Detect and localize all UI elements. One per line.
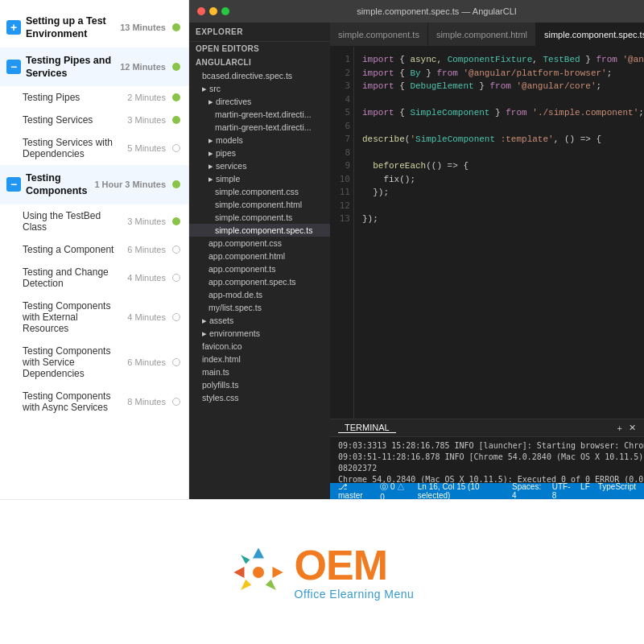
- tabs-bar: simple.component.tssimple.component.html…: [330, 23, 644, 47]
- status-right: Ln 16, Col 15 (10 selected)Spaces: 4UTF-…: [418, 482, 636, 499]
- editor-titlebar: simple.component.spec.ts — AngularCLI: [189, 0, 644, 23]
- tab-t2[interactable]: simple.component.html: [428, 23, 536, 47]
- file-tree-item-16[interactable]: app.component.spec.ts: [189, 275, 330, 288]
- line-number: 8: [333, 147, 350, 160]
- line-number: 1: [333, 53, 350, 67]
- file-tree-item-15[interactable]: app.component.ts: [189, 262, 330, 275]
- code-editor[interactable]: 12345678910111213 import { async, Compon…: [330, 47, 644, 419]
- code-line-6: [362, 120, 636, 134]
- sidebar-item-0[interactable]: Using the TestBed Class3 Minutes: [0, 204, 188, 238]
- sidebar-item-0[interactable]: Testing Pipes2 Minutes: [0, 86, 188, 109]
- file-tree-item-3[interactable]: martin-green-text.directi...: [189, 108, 330, 121]
- file-tree-item-17[interactable]: app-mod.de.ts: [189, 288, 330, 301]
- project-section[interactable]: ANGULARCLI: [189, 56, 330, 69]
- code-line-4: [362, 93, 636, 107]
- file-tree-item-10[interactable]: simple.component.html: [189, 198, 330, 211]
- section-header-testing-pipes-services[interactable]: −Testing Pipes and Services12 Minutes: [0, 47, 188, 87]
- sidebar-item-minutes-1: 6 Minutes: [127, 245, 166, 254]
- section-items-testing-pipes-services: Testing Pipes2 MinutesTesting Services3 …: [0, 86, 188, 165]
- code-line-8: [362, 147, 636, 160]
- file-tree: bcased.directive.spec.ts▸ src▸ directive…: [189, 69, 330, 404]
- svg-marker-0: [253, 547, 264, 558]
- section-minutes-testing-pipes-services: 12 Minutes: [120, 61, 166, 72]
- line-numbers: 12345678910111213: [330, 47, 354, 419]
- section-header-setting-up[interactable]: +Setting up a Test Environment13 Minutes: [0, 8, 188, 47]
- line-number: 6: [333, 120, 350, 134]
- file-tree-item-25[interactable]: styles.css: [189, 391, 330, 404]
- file-tree-item-24[interactable]: polyfills.ts: [189, 378, 330, 391]
- sidebar-item-dot-1: [172, 116, 180, 124]
- sidebar-item-minutes-1: 3 Minutes: [127, 115, 166, 125]
- sidebar-section-setting-up: +Setting up a Test Environment13 Minutes: [0, 8, 188, 47]
- line-number: 3: [333, 80, 350, 93]
- plus-icon: +: [6, 20, 21, 35]
- sidebar: +Setting up a Test Environment13 Minutes…: [0, 0, 189, 499]
- section-title-setting-up: Setting up a Test Environment: [26, 14, 115, 41]
- file-tree-item-23[interactable]: main.ts: [189, 365, 330, 378]
- file-tree-item-5[interactable]: ▸ models: [189, 134, 330, 147]
- file-tree-item-13[interactable]: app.component.css: [189, 237, 330, 250]
- file-tree-item-11[interactable]: simple.component.ts: [189, 211, 330, 224]
- sidebar-item-4[interactable]: Testing Components with Service Dependen…: [0, 340, 188, 385]
- project-label: ANGULARCLI: [196, 58, 251, 67]
- file-tree-item-20[interactable]: ▸ environments: [189, 327, 330, 340]
- terminal-close-btn[interactable]: ✕: [629, 423, 636, 433]
- status-right-item-1: Spaces: 4: [512, 482, 544, 499]
- sidebar-item-minutes-0: 3 Minutes: [127, 217, 166, 226]
- file-tree-item-4[interactable]: martin-green-text.directi...: [189, 121, 330, 134]
- file-tree-item-1[interactable]: ▸ src: [189, 82, 330, 95]
- file-tree-item-19[interactable]: ▸ assets: [189, 314, 330, 327]
- open-editors-section[interactable]: OPEN EDITORS: [189, 42, 330, 56]
- section-header-testing-components[interactable]: −Testing Components1 Hour 3 Minutes: [0, 165, 188, 204]
- section-dot-testing-pipes-services: [172, 63, 180, 71]
- file-tree-item-21[interactable]: favicon.ico: [189, 340, 330, 353]
- file-tree-item-12[interactable]: simple.component.spec.ts: [189, 224, 330, 237]
- file-tree-item-22[interactable]: index.html: [189, 353, 330, 365]
- line-number: 10: [333, 173, 350, 187]
- tab-t1[interactable]: simple.component.ts: [330, 23, 428, 47]
- code-panel: simple.component.tssimple.component.html…: [330, 23, 644, 499]
- close-button[interactable]: [197, 7, 205, 15]
- maximize-button[interactable]: [221, 7, 229, 15]
- section-items-testing-components: Using the TestBed Class3 MinutesTesting …: [0, 204, 188, 419]
- code-line-10: fix();: [362, 173, 636, 187]
- editor-body: EXPLORER OPEN EDITORS ANGULARCLI bcased.…: [189, 23, 644, 499]
- sidebar-item-3[interactable]: Testing Components with External Resourc…: [0, 295, 188, 340]
- file-tree-item-14[interactable]: app.component.html: [189, 250, 330, 262]
- code-line-12: [362, 200, 636, 213]
- sidebar-item-2[interactable]: Testing Services with Dependencies5 Minu…: [0, 131, 188, 165]
- status-right-item-3: LF: [580, 482, 590, 499]
- sidebar-item-1[interactable]: Testing Services3 Minutes: [0, 109, 188, 131]
- sidebar-item-title-2: Testing and Change Detection: [23, 266, 122, 289]
- file-tree-item-18[interactable]: my/list.spec.ts: [189, 301, 330, 314]
- sidebar-item-5[interactable]: Testing Components with Async Services8 …: [0, 385, 188, 419]
- sidebar-item-minutes-5: 8 Minutes: [127, 397, 166, 407]
- file-tree-item-8[interactable]: ▸ simple: [189, 172, 330, 185]
- terminal-add-btn[interactable]: +: [617, 423, 622, 433]
- code-line-2: import { By } from '@angular/platform-br…: [362, 67, 636, 80]
- code-line-3: import { DebugElement } from '@angular/c…: [362, 80, 636, 93]
- minimize-button[interactable]: [209, 7, 217, 15]
- sidebar-item-minutes-2: 4 Minutes: [127, 273, 166, 283]
- file-tree-item-0[interactable]: bcased.directive.spec.ts: [189, 69, 330, 82]
- code-line-5: import { SimpleComponent } from './simpl…: [362, 106, 636, 120]
- tab-t3[interactable]: simple.component.spec.ts: [536, 23, 644, 47]
- file-tree-item-9[interactable]: simple.component.css: [189, 185, 330, 198]
- svg-point-6: [253, 567, 264, 578]
- status-branch: ⎇ master: [338, 482, 372, 499]
- terminal-panel: TERMINAL + ✕ 09:03:3313 15:28:16.785 INF…: [330, 419, 644, 483]
- terminal-tab[interactable]: TERMINAL: [338, 423, 396, 433]
- sidebar-item-1[interactable]: Testing a Component6 Minutes: [0, 238, 188, 261]
- sidebar-item-dot-2: [172, 144, 180, 152]
- section-minutes-testing-components: 1 Hour 3 Minutes: [94, 179, 166, 190]
- status-errors: ⓪ 0 △ 0: [380, 481, 410, 500]
- line-number: 2: [333, 67, 350, 80]
- file-tree-item-2[interactable]: ▸ directives: [189, 95, 330, 108]
- sidebar-item-title-0: Testing Pipes: [23, 92, 122, 103]
- sidebar-item-2[interactable]: Testing and Change Detection4 Minutes: [0, 261, 188, 295]
- line-number: 4: [333, 93, 350, 107]
- file-tree-item-6[interactable]: ▸ pipes: [189, 147, 330, 159]
- code-content[interactable]: import { async, ComponentFixture, TestBe…: [354, 47, 644, 419]
- file-explorer: EXPLORER OPEN EDITORS ANGULARCLI bcased.…: [189, 23, 330, 499]
- file-tree-item-7[interactable]: ▸ services: [189, 159, 330, 172]
